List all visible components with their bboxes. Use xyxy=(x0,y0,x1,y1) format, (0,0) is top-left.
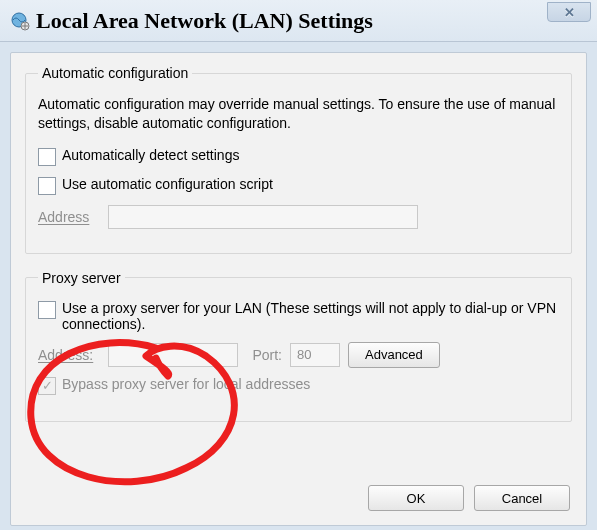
bypass-row: Bypass proxy server for local addresses xyxy=(38,376,559,395)
automatic-configuration-legend: Automatic configuration xyxy=(38,65,192,81)
titlebar: Local Area Network (LAN) Settings ✕ xyxy=(0,0,597,42)
auto-address-label: Address xyxy=(38,209,100,225)
dialog-body: Automatic configuration Automatic config… xyxy=(10,52,587,526)
bypass-checkbox xyxy=(38,377,56,395)
use-proxy-label: Use a proxy server for your LAN (These s… xyxy=(62,300,559,332)
close-icon: ✕ xyxy=(564,5,575,20)
advanced-button[interactable]: Advanced xyxy=(348,342,440,368)
automatic-configuration-group: Automatic configuration Automatic config… xyxy=(25,65,572,254)
cancel-button[interactable]: Cancel xyxy=(474,485,570,511)
auto-detect-checkbox[interactable] xyxy=(38,148,56,166)
proxy-address-input xyxy=(108,343,238,367)
auto-address-input xyxy=(108,205,418,229)
use-proxy-checkbox[interactable] xyxy=(38,301,56,319)
proxy-address-row: Address: Port: Advanced xyxy=(38,342,559,368)
automatic-configuration-help: Automatic configuration may override man… xyxy=(38,95,559,133)
close-button[interactable]: ✕ xyxy=(547,2,591,22)
footer-buttons: OK Cancel xyxy=(368,485,570,511)
bypass-label: Bypass proxy server for local addresses xyxy=(62,376,310,392)
use-proxy-row: Use a proxy server for your LAN (These s… xyxy=(38,300,559,332)
auto-address-row: Address xyxy=(38,205,559,229)
window-title: Local Area Network (LAN) Settings xyxy=(36,8,373,34)
auto-script-row: Use automatic configuration script xyxy=(38,176,559,195)
ok-button[interactable]: OK xyxy=(368,485,464,511)
proxy-port-input xyxy=(290,343,340,367)
auto-script-checkbox[interactable] xyxy=(38,177,56,195)
proxy-port-label: Port: xyxy=(246,347,282,363)
globe-settings-icon xyxy=(10,11,30,31)
proxy-server-legend: Proxy server xyxy=(38,270,125,286)
auto-detect-row: Automatically detect settings xyxy=(38,147,559,166)
proxy-server-group: Proxy server Use a proxy server for your… xyxy=(25,270,572,422)
auto-detect-label: Automatically detect settings xyxy=(62,147,239,163)
proxy-address-label: Address: xyxy=(38,347,100,363)
auto-script-label: Use automatic configuration script xyxy=(62,176,273,192)
